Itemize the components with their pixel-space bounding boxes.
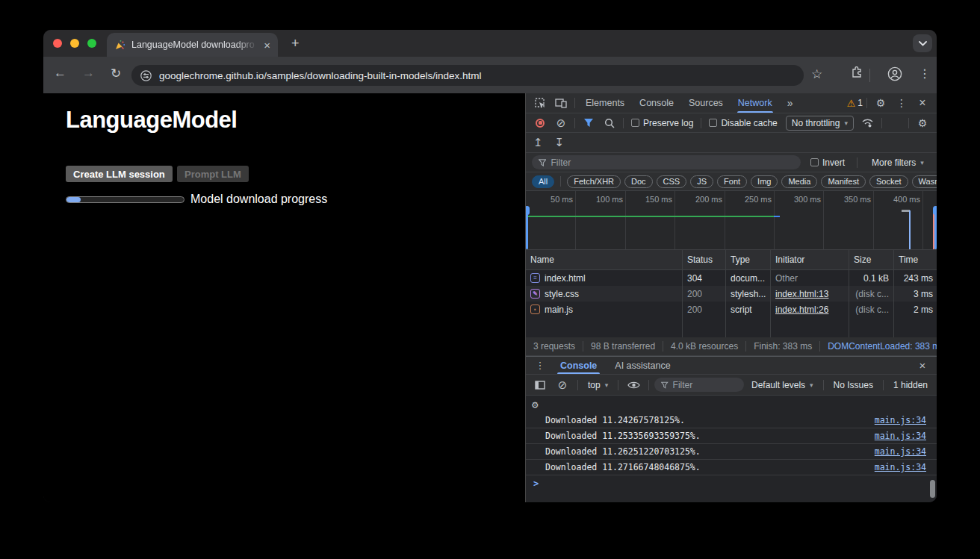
initiator-link[interactable]: index.html:13 xyxy=(775,289,828,299)
network-settings-gear-icon[interactable]: ⚙ xyxy=(913,113,932,132)
script-file-icon: ▪ xyxy=(530,305,540,314)
hidden-messages-count[interactable]: 1 hidden xyxy=(889,380,932,390)
devtools-close-icon[interactable]: × xyxy=(913,93,932,113)
source-link[interactable]: main.js:34 xyxy=(875,415,937,425)
col-size[interactable]: Size xyxy=(849,250,894,269)
tab-console[interactable]: Console xyxy=(633,93,680,113)
gridline xyxy=(725,191,725,249)
issues-link[interactable]: No Issues xyxy=(829,380,878,390)
url-text: googlechrome.github.io/samples/downloadi… xyxy=(159,70,482,81)
tab-title: LanguageModel downloadpro xyxy=(131,40,258,50)
tick-label: 350 ms xyxy=(826,195,871,204)
overview-right-handle[interactable] xyxy=(934,206,937,249)
console-settings-gear-icon[interactable]: ⚙ xyxy=(532,399,538,410)
extensions-puzzle-icon[interactable] xyxy=(850,66,863,80)
chip-doc[interactable]: Doc xyxy=(624,175,653,188)
issues-counter[interactable]: ⚠ 1 xyxy=(847,98,863,109)
console-message[interactable]: Downloaded 11.24267578125%. main.js:34 xyxy=(526,413,937,428)
bookmark-star-icon[interactable]: ☆ xyxy=(811,66,822,82)
col-initiator[interactable]: Initiator xyxy=(771,250,849,269)
source-link[interactable]: main.js:34 xyxy=(875,462,937,472)
chip-socket[interactable]: Socket xyxy=(869,175,908,188)
tick-label: 400 ms xyxy=(875,195,920,204)
zoom-window-button[interactable] xyxy=(87,39,96,48)
console-sidebar-icon[interactable] xyxy=(530,375,550,395)
throttling-select[interactable]: No throttling ▾ xyxy=(786,116,854,131)
export-har-icon[interactable]: ↧ xyxy=(555,136,565,149)
tab-elements[interactable]: Elements xyxy=(579,93,631,113)
drawer-tab-ai-assistance[interactable]: AI assistance xyxy=(607,357,677,374)
source-link[interactable]: main.js:34 xyxy=(875,446,937,457)
chip-wasm[interactable]: Wasm xyxy=(912,175,937,188)
preserve-log-checkbox[interactable]: Preserve log xyxy=(627,118,697,128)
col-status[interactable]: Status xyxy=(683,250,726,269)
requests-table-header[interactable]: Name Status Type Initiator Size Time xyxy=(526,250,937,270)
console-message[interactable]: Downloaded 11.25335693359375%. main.js:3… xyxy=(526,428,937,444)
tab-search-button[interactable] xyxy=(913,34,932,52)
forward-button[interactable]: → xyxy=(82,66,95,81)
context-selector[interactable]: top ▾ xyxy=(583,380,612,390)
import-har-icon[interactable]: ↥ xyxy=(533,136,543,149)
col-name[interactable]: Name xyxy=(526,250,683,269)
chip-font[interactable]: Font xyxy=(717,175,747,188)
chip-css[interactable]: CSS xyxy=(657,175,687,188)
tab-network[interactable]: Network xyxy=(731,93,779,113)
reload-button[interactable]: ↻ xyxy=(111,66,121,81)
table-row[interactable]: ≡index.html 304 docum... Other 0.1 kB 24… xyxy=(526,270,937,286)
table-row[interactable]: ✎style.css 200 stylesh... index.html:13 … xyxy=(526,286,937,302)
table-row[interactable]: ▪main.js 200 script index.html:26 (disk … xyxy=(526,302,937,317)
clear-network-log-icon[interactable]: ⊘ xyxy=(551,113,571,132)
chip-js[interactable]: JS xyxy=(690,175,713,188)
profile-avatar-icon[interactable] xyxy=(887,66,902,81)
console-toolbar: ⊘ top ▾ xyxy=(526,375,937,396)
tab-close-icon[interactable]: × xyxy=(264,40,270,51)
network-conditions-icon[interactable] xyxy=(858,113,878,132)
overview-activity-bar-tip xyxy=(774,216,780,217)
favicon-party-popper-icon xyxy=(114,40,125,51)
invert-checkbox[interactable]: Invert xyxy=(807,157,849,168)
address-bar[interactable]: googlechrome.github.io/samples/downloadi… xyxy=(131,65,804,86)
browser-menu-icon[interactable]: ⋮ xyxy=(919,66,931,81)
disable-cache-checkbox[interactable]: Disable cache xyxy=(705,118,781,128)
filter-funnel-icon[interactable] xyxy=(579,113,598,132)
drawer-tab-console[interactable]: Console xyxy=(553,357,604,374)
log-levels-select[interactable]: Default levels ▾ xyxy=(747,380,818,390)
browser-tab[interactable]: LanguageModel downloadpro × xyxy=(107,33,278,57)
close-window-button[interactable] xyxy=(53,39,62,48)
tab-sources[interactable]: Sources xyxy=(682,93,730,113)
console-scrollbar[interactable] xyxy=(930,480,935,498)
more-filters-button[interactable]: More filters ▾ xyxy=(866,157,930,168)
record-network-log-button[interactable] xyxy=(530,113,550,132)
device-toolbar-icon[interactable] xyxy=(551,93,571,113)
overview-left-handle[interactable] xyxy=(526,206,528,249)
back-button[interactable]: ← xyxy=(54,66,66,81)
chip-img[interactable]: Img xyxy=(751,175,778,188)
network-filter-input[interactable] xyxy=(551,157,794,168)
clear-console-icon[interactable]: ⊘ xyxy=(553,375,572,395)
more-tabs-icon[interactable]: » xyxy=(781,93,800,113)
initiator-link[interactable]: index.html:26 xyxy=(775,305,828,315)
inspect-element-icon[interactable] xyxy=(530,93,550,113)
console-filter-input[interactable] xyxy=(673,380,737,390)
devtools-menu-icon[interactable]: ⋮ xyxy=(892,93,911,113)
live-expression-eye-icon[interactable] xyxy=(624,375,643,395)
site-settings-icon[interactable] xyxy=(140,70,152,81)
minimize-window-button[interactable] xyxy=(70,39,79,48)
console-prompt[interactable]: > xyxy=(526,475,937,492)
chip-manifest[interactable]: Manifest xyxy=(821,175,866,188)
chip-all[interactable]: All xyxy=(532,175,554,188)
col-type[interactable]: Type xyxy=(726,250,771,269)
chip-media[interactable]: Media xyxy=(781,175,817,188)
console-message[interactable]: Downloaded 11.27166748046875%. main.js:3… xyxy=(526,460,937,475)
drawer-close-icon[interactable]: × xyxy=(913,357,932,374)
network-overview-timeline[interactable]: 50 ms 100 ms 150 ms 200 ms 250 ms 300 ms… xyxy=(526,191,937,250)
create-llm-session-button[interactable]: Create LLM session xyxy=(66,166,173,182)
drawer-menu-icon[interactable]: ⋮ xyxy=(530,357,550,374)
devtools-settings-gear-icon[interactable]: ⚙ xyxy=(871,93,890,113)
console-message[interactable]: Downloaded 11.26251220703125%. main.js:3… xyxy=(526,444,937,460)
source-link[interactable]: main.js:34 xyxy=(875,431,937,441)
search-icon[interactable] xyxy=(600,113,619,132)
col-time[interactable]: Time xyxy=(894,250,937,269)
new-tab-button[interactable]: + xyxy=(291,37,300,49)
chip-fetch-xhr[interactable]: Fetch/XHR xyxy=(567,175,621,188)
